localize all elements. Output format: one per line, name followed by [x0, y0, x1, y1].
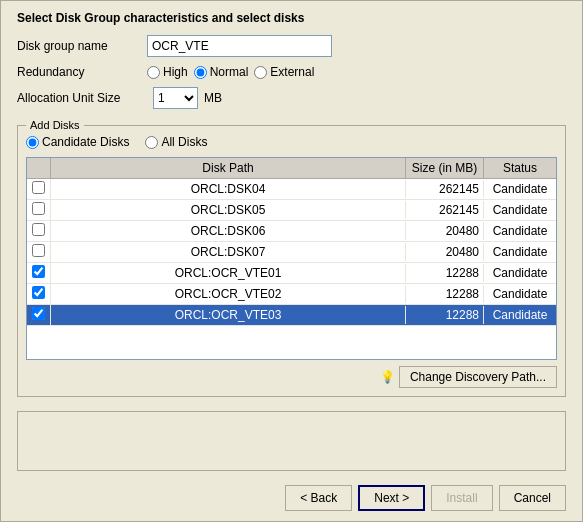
disk-group-input[interactable] [147, 35, 332, 57]
redundancy-row: Redundancy High Normal External [17, 65, 566, 79]
disk-table-body[interactable]: ORCL:DSK04 262145 Candidate ORCL:DSK05 2… [27, 179, 556, 359]
row-checkbox[interactable] [32, 307, 45, 320]
row-path: ORCL:OCR_VTE03 [51, 306, 406, 324]
disk-table-container: Disk Path Size (in MB) Status ORCL:DSK04… [26, 157, 557, 360]
col-header-check [27, 158, 51, 178]
row-size: 12288 [406, 306, 484, 324]
row-checkbox[interactable] [32, 202, 45, 215]
radio-normal-input[interactable] [194, 66, 207, 79]
table-row[interactable]: ORCL:DSK05 262145 Candidate [27, 200, 556, 221]
row-path: ORCL:DSK05 [51, 201, 406, 219]
row-path: ORCL:DSK07 [51, 243, 406, 261]
footer-buttons: < Back Next > Install Cancel [17, 479, 566, 511]
row-check[interactable] [27, 179, 51, 199]
row-status: Candidate [484, 222, 556, 240]
radio-normal-label: Normal [210, 65, 249, 79]
radio-alldisks-input[interactable] [145, 136, 158, 149]
radio-high-label: High [163, 65, 188, 79]
dialog: Select Disk Group characteristics and se… [0, 0, 583, 522]
change-discovery-btn[interactable]: Change Discovery Path... [399, 366, 557, 388]
row-checkbox[interactable] [32, 223, 45, 236]
radio-alldisks-label: All Disks [161, 135, 207, 149]
row-status: Candidate [484, 306, 556, 324]
row-check[interactable] [27, 284, 51, 304]
radio-high[interactable]: High [147, 65, 188, 79]
col-header-path: Disk Path [51, 158, 406, 178]
discovery-row: 💡 Change Discovery Path... [26, 366, 557, 388]
row-checkbox[interactable] [32, 286, 45, 299]
row-status: Candidate [484, 243, 556, 261]
radio-external-input[interactable] [254, 66, 267, 79]
add-disks-fieldset: Add Disks Candidate Disks All Disks Disk… [17, 119, 566, 397]
table-row[interactable]: ORCL:OCR_VTE01 12288 Candidate [27, 263, 556, 284]
redundancy-group: High Normal External [147, 65, 314, 79]
row-status: Candidate [484, 180, 556, 198]
row-path: ORCL:DSK06 [51, 222, 406, 240]
install-button[interactable]: Install [431, 485, 492, 511]
cancel-button[interactable]: Cancel [499, 485, 566, 511]
row-path: ORCL:DSK04 [51, 180, 406, 198]
row-status: Candidate [484, 201, 556, 219]
disk-group-label: Disk group name [17, 39, 147, 53]
row-check[interactable] [27, 242, 51, 262]
row-size: 12288 [406, 264, 484, 282]
redundancy-label: Redundancy [17, 65, 147, 79]
next-button[interactable]: Next > [358, 485, 425, 511]
disk-group-row: Disk group name [17, 35, 566, 57]
back-button[interactable]: < Back [285, 485, 352, 511]
disk-filter-row: Candidate Disks All Disks [26, 135, 557, 149]
row-check[interactable] [27, 263, 51, 283]
col-header-status: Status [484, 158, 556, 178]
radio-external-label: External [270, 65, 314, 79]
row-checkbox[interactable] [32, 181, 45, 194]
row-size: 20480 [406, 243, 484, 261]
radio-high-input[interactable] [147, 66, 160, 79]
table-header-row: Disk Path Size (in MB) Status [27, 158, 556, 179]
row-status: Candidate [484, 264, 556, 282]
row-size: 12288 [406, 285, 484, 303]
add-disks-legend: Add Disks [26, 119, 84, 131]
row-status: Candidate [484, 285, 556, 303]
alloc-label: Allocation Unit Size [17, 91, 147, 105]
radio-candidate-label: Candidate Disks [42, 135, 129, 149]
row-checkbox[interactable] [32, 244, 45, 257]
row-size: 262145 [406, 180, 484, 198]
row-path: ORCL:OCR_VTE02 [51, 285, 406, 303]
radio-external[interactable]: External [254, 65, 314, 79]
table-row[interactable]: ORCL:DSK04 262145 Candidate [27, 179, 556, 200]
radio-normal[interactable]: Normal [194, 65, 249, 79]
table-row[interactable]: ORCL:OCR_VTE03 12288 Candidate [27, 305, 556, 326]
row-size: 262145 [406, 201, 484, 219]
radio-candidate-input[interactable] [26, 136, 39, 149]
row-check[interactable] [27, 221, 51, 241]
table-row[interactable]: ORCL:DSK07 20480 Candidate [27, 242, 556, 263]
alloc-unit: MB [204, 91, 222, 105]
radio-alldisks[interactable]: All Disks [145, 135, 207, 149]
alloc-select[interactable]: 1 2 4 [153, 87, 198, 109]
row-size: 20480 [406, 222, 484, 240]
empty-area [17, 411, 566, 471]
alloc-row: Allocation Unit Size 1 2 4 MB [17, 87, 566, 109]
radio-candidate[interactable]: Candidate Disks [26, 135, 129, 149]
section-title: Select Disk Group characteristics and se… [17, 11, 566, 25]
bulb-icon: 💡 [381, 370, 395, 384]
row-path: ORCL:OCR_VTE01 [51, 264, 406, 282]
col-header-size: Size (in MB) [406, 158, 484, 178]
row-check[interactable] [27, 305, 51, 325]
table-row[interactable]: ORCL:DSK06 20480 Candidate [27, 221, 556, 242]
row-check[interactable] [27, 200, 51, 220]
table-row[interactable]: ORCL:OCR_VTE02 12288 Candidate [27, 284, 556, 305]
row-checkbox[interactable] [32, 265, 45, 278]
